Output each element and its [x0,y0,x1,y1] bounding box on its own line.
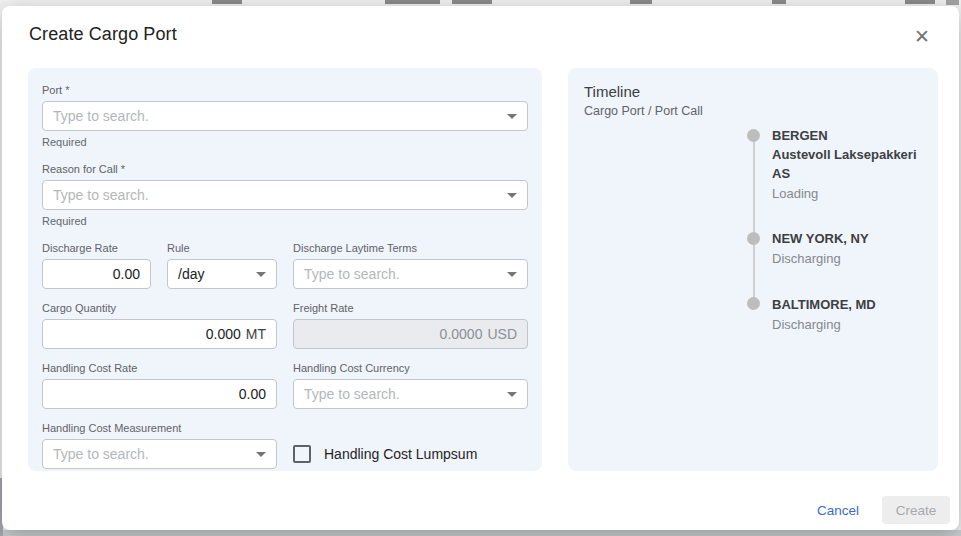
field-discharge-laytime-terms: Discharge Laytime Terms Type to search. [293,242,528,289]
port-select[interactable]: Type to search. [42,101,528,131]
dialog-header: Create Cargo Port ✕ [29,24,941,50]
handling-cost-lumpsum-label[interactable]: Handling Cost Lumpsum [324,446,477,462]
background-text-fragment [452,0,492,4]
timeline-activity: Discharging [772,249,932,268]
background-text-fragment [946,0,959,5]
create-cargo-port-dialog: Create Cargo Port ✕ Port * Type to searc… [2,6,959,530]
discharge-laytime-terms-label: Discharge Laytime Terms [293,242,528,255]
dropdown-arrow-icon [256,272,266,277]
quantity-row: Cargo Quantity 0.000 MT Freight Rate 0.0… [42,302,528,349]
measurement-row: Handling Cost Measurement Type to search… [42,422,528,469]
background-bottom-strip [0,530,961,536]
handling-cost-currency-placeholder: Type to search. [304,386,499,402]
freight-rate-value: 0.0000 [440,326,483,342]
reason-for-call-select[interactable]: Type to search. [42,180,528,210]
handling-cost-currency-label: Handling Cost Currency [293,362,528,375]
rule-label: Rule [167,242,277,255]
timeline-activity: Loading [772,184,932,203]
dialog-title: Create Cargo Port [29,24,941,45]
port-placeholder: Type to search. [53,108,499,124]
reason-required-helper: Required [42,215,528,227]
dropdown-arrow-icon [507,272,517,277]
port-required-helper: Required [42,136,528,148]
discharge-rate-input[interactable]: 0.00 [42,259,151,289]
field-cargo-quantity: Cargo Quantity 0.000 MT [42,302,277,349]
cargo-quantity-unit: MT [246,326,266,342]
timeline-rail [753,136,755,304]
handling-cost-lumpsum-checkbox[interactable] [293,445,311,463]
timeline-panel: Timeline Cargo Port / Port Call BERGEN A… [568,68,938,471]
dropdown-arrow-icon [507,193,517,198]
rule-select[interactable]: /day [167,259,277,289]
handling-cost-row: Handling Cost Rate 0.00 Handling Cost Cu… [42,362,528,409]
timeline-entry: BALTIMORE, MD Discharging [772,296,932,334]
cargo-quantity-label: Cargo Quantity [42,302,277,315]
timeline-dot [747,129,760,142]
freight-rate-input: 0.0000 USD [293,319,528,349]
cargo-quantity-value: 0.000 [206,326,241,342]
discharge-laytime-terms-placeholder: Type to search. [304,266,499,282]
close-icon[interactable]: ✕ [910,24,934,48]
freight-rate-unit: USD [487,326,517,342]
rule-value: /day [178,266,248,282]
handling-cost-rate-label: Handling Cost Rate [42,362,277,375]
field-rule: Rule /day [167,242,277,289]
dropdown-arrow-icon [256,452,266,457]
background-text-fragment [212,0,242,4]
handling-cost-rate-value: 0.00 [239,386,266,402]
dropdown-arrow-icon [507,392,517,397]
field-handling-cost-lumpsum: Handling Cost Lumpsum [293,439,528,469]
cargo-quantity-input[interactable]: 0.000 MT [42,319,277,349]
handling-cost-rate-input[interactable]: 0.00 [42,379,277,409]
field-freight-rate: Freight Rate 0.0000 USD [293,302,528,349]
handling-cost-measurement-select[interactable]: Type to search. [42,439,277,469]
form-panel: Port * Type to search. Required Reason f… [28,68,542,471]
handling-cost-measurement-label: Handling Cost Measurement [42,422,277,435]
field-discharge-rate: Discharge Rate 0.00 [42,242,151,289]
reason-for-call-label: Reason for Call * [42,163,528,176]
field-handling-cost-rate: Handling Cost Rate 0.00 [42,362,277,409]
port-label: Port * [42,84,528,97]
dropdown-arrow-icon [507,114,517,119]
handling-cost-measurement-placeholder: Type to search. [53,446,248,462]
timeline-entry: NEW YORK, NY Discharging [772,230,932,268]
discharge-laytime-terms-select[interactable]: Type to search. [293,259,528,289]
dialog-footer: Cancel Create [809,496,950,524]
timeline-title: Timeline [584,83,922,100]
create-button[interactable]: Create [882,496,950,524]
background-text-fragment [385,0,440,4]
field-handling-cost-measurement: Handling Cost Measurement Type to search… [42,422,277,469]
discharge-row: Discharge Rate 0.00 Rule /day Discharge … [42,242,528,289]
background-text-fragment [772,0,786,4]
discharge-rate-value: 0.00 [113,266,140,282]
timeline-activity: Discharging [772,315,932,334]
reason-for-call-placeholder: Type to search. [53,187,499,203]
handling-cost-currency-select[interactable]: Type to search. [293,379,528,409]
timeline-port-name: BERGEN [772,127,932,145]
discharge-rate-label: Discharge Rate [42,242,151,255]
background-text-fragment [905,0,935,4]
field-reason-for-call: Reason for Call * Type to search. Requir… [42,163,528,227]
field-port: Port * Type to search. Required [42,84,528,148]
timeline-port-name: NEW YORK, NY [772,230,932,248]
cancel-button[interactable]: Cancel [809,497,867,524]
timeline-dot [747,232,760,245]
field-handling-cost-currency: Handling Cost Currency Type to search. [293,362,528,409]
background-text-fragment [630,0,652,4]
timeline-entry: BERGEN Austevoll Laksepakkeri AS Loading [772,127,932,203]
freight-rate-label: Freight Rate [293,302,528,315]
timeline-port-detail: Austevoll Laksepakkeri AS [772,145,932,183]
timeline-dot [747,297,760,310]
timeline-subtitle: Cargo Port / Port Call [584,104,922,118]
timeline-port-name: BALTIMORE, MD [772,296,932,314]
